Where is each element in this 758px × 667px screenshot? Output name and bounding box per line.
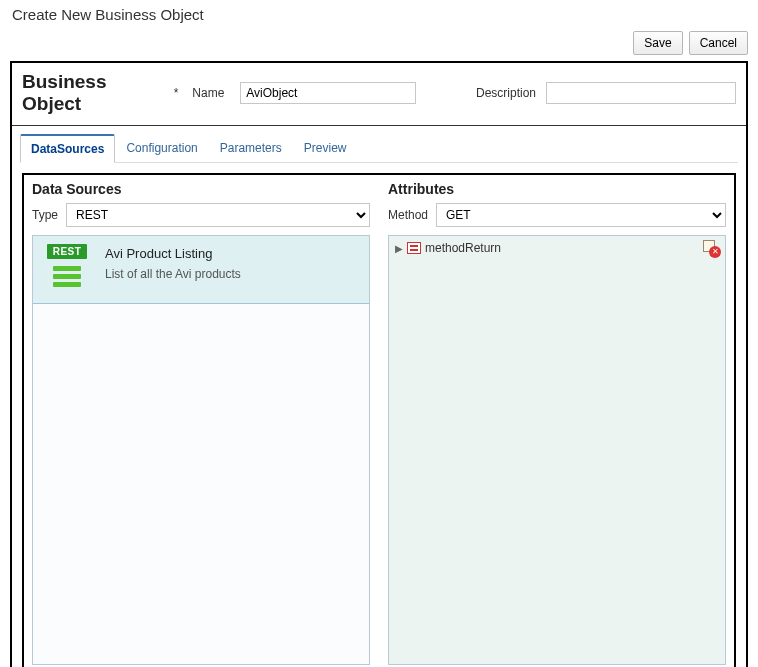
- datasource-item[interactable]: REST Avi Product Listing List of all the…: [33, 236, 369, 304]
- tab-datasources[interactable]: DataSources: [20, 134, 115, 163]
- datasources-column: Data Sources Type REST REST: [32, 181, 370, 665]
- tab-preview[interactable]: Preview: [293, 134, 358, 163]
- method-label: Method: [388, 208, 428, 222]
- datasources-panel: REST Avi Product Listing List of all the…: [32, 235, 370, 665]
- datasource-desc: List of all the Avi products: [105, 267, 241, 281]
- expand-icon[interactable]: ▶: [395, 243, 403, 254]
- method-select[interactable]: GET: [436, 203, 726, 227]
- datasources-title: Data Sources: [32, 181, 370, 197]
- type-label: Type: [32, 208, 58, 222]
- delete-icon[interactable]: [703, 240, 719, 256]
- dialog-title: Create New Business Object: [10, 6, 748, 23]
- tab-configuration[interactable]: Configuration: [115, 134, 208, 163]
- type-select[interactable]: REST: [66, 203, 370, 227]
- description-label: Description: [476, 86, 536, 100]
- rest-badge: REST: [47, 244, 88, 259]
- description-input[interactable]: [546, 82, 736, 104]
- business-object-container: Business Object * Name Description DataS…: [10, 61, 748, 667]
- object-icon: [407, 242, 421, 254]
- tree-row[interactable]: ▶ methodReturn: [389, 236, 725, 260]
- attributes-panel: ▶ methodReturn: [388, 235, 726, 665]
- required-indicator: *: [174, 86, 179, 100]
- section-title: Business Object: [22, 71, 156, 115]
- tab-content: Data Sources Type REST REST: [22, 173, 736, 667]
- name-label: Name: [192, 86, 224, 100]
- tree-node-label: methodReturn: [425, 241, 501, 255]
- cancel-button[interactable]: Cancel: [689, 31, 748, 55]
- tab-parameters[interactable]: Parameters: [209, 134, 293, 163]
- attributes-column: Attributes Method GET ▶ methodReturn: [388, 181, 726, 665]
- attributes-title: Attributes: [388, 181, 726, 197]
- tab-bar: DataSources Configuration Parameters Pre…: [12, 126, 746, 162]
- save-button[interactable]: Save: [633, 31, 682, 55]
- datasource-name: Avi Product Listing: [105, 246, 241, 261]
- name-input[interactable]: [240, 82, 416, 104]
- db-icon: [53, 263, 81, 289]
